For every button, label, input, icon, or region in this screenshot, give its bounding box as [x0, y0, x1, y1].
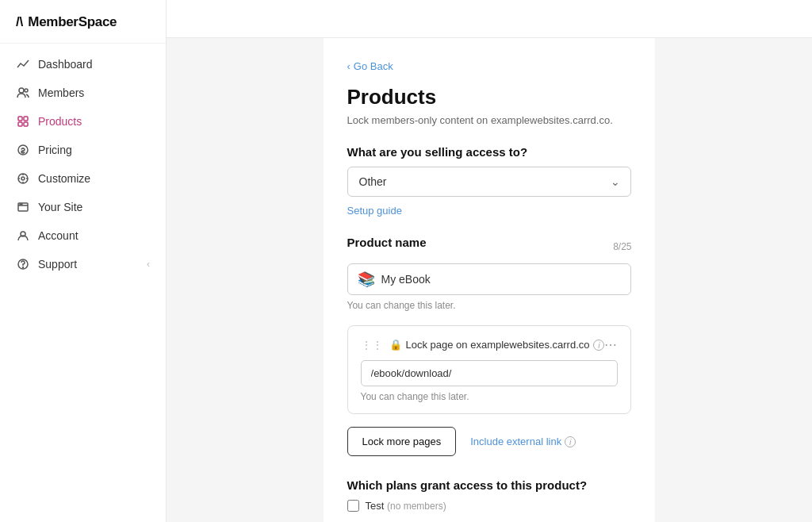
logo-icon: /\ — [16, 14, 23, 30]
sidebar-label-support: Support — [38, 258, 77, 271]
svg-rect-2 — [18, 117, 22, 121]
include-external-link-label: Include external link — [470, 436, 561, 447]
go-back-link[interactable]: ‹ Go Back — [347, 60, 632, 72]
sidebar-label-account: Account — [38, 229, 79, 242]
plans-section: Which plans grant access to this product… — [347, 478, 632, 512]
form-container: ‹ Go Back Products Lock members-only con… — [324, 38, 656, 522]
info-icon[interactable]: i — [593, 340, 604, 351]
sidebar-label-pricing: Pricing — [38, 144, 72, 156]
svg-point-1 — [25, 89, 28, 92]
svg-rect-5 — [24, 122, 28, 126]
product-name-label: Product name — [347, 236, 427, 249]
svg-rect-4 — [18, 122, 22, 126]
lock-card-header: ⋮⋮ 🔒 Lock page on examplewebsites.carrd.… — [361, 337, 619, 352]
sidebar-label-products: Products — [38, 115, 82, 128]
sidebar-item-your-site[interactable]: Your Site — [0, 193, 166, 221]
product-name-header: Product name 8/25 — [347, 236, 632, 257]
top-bar — [167, 0, 812, 38]
sidebar-label-your-site: Your Site — [38, 201, 82, 213]
svg-rect-3 — [24, 117, 28, 121]
sidebar-item-members[interactable]: Members — [0, 79, 166, 107]
char-count: 8/25 — [613, 241, 631, 252]
plan-no-members: (no members) — [387, 501, 446, 512]
svg-point-10 — [21, 204, 22, 205]
sidebar-item-dashboard[interactable]: Dashboard — [0, 50, 166, 79]
main-content: ‹ Go Back Products Lock members-only con… — [167, 0, 812, 522]
product-name-input[interactable] — [381, 273, 622, 286]
product-name-section: Product name 8/25 📚 You can change this … — [347, 236, 632, 311]
plan-name: Test — [366, 500, 385, 512]
sidebar-item-account[interactable]: Account — [0, 221, 166, 250]
include-external-link[interactable]: Include external link i — [470, 436, 576, 447]
sidebar: /\ MemberSpace Dashboard Members — [0, 0, 167, 522]
more-options-icon[interactable]: ⋯ — [604, 337, 618, 352]
svg-point-0 — [19, 88, 24, 93]
info-icon-external[interactable]: i — [565, 436, 576, 447]
lock-card-left: ⋮⋮ 🔒 Lock page on examplewebsites.carrd.… — [361, 339, 605, 351]
buttons-row: Lock more pages Include external link i — [347, 427, 632, 456]
sidebar-label-dashboard: Dashboard — [38, 58, 93, 71]
lock-label: 🔒 Lock page on examplewebsites.carrd.co … — [389, 339, 605, 351]
sidebar-item-support[interactable]: Support ‹ — [0, 250, 166, 278]
dropdown-wrapper: Other Online Course Community Digital Do… — [347, 167, 632, 197]
members-icon — [16, 86, 30, 100]
app-name: MemberSpace — [28, 14, 117, 29]
svg-point-13 — [23, 267, 24, 268]
svg-point-7 — [21, 177, 25, 180]
product-name-input-wrapper: 📚 — [347, 263, 632, 295]
page-subtitle: Lock members-only content on examplewebs… — [347, 114, 632, 126]
lock-page-helper: You can change this later. — [361, 391, 619, 402]
app-logo: /\ MemberSpace — [0, 0, 166, 43]
sidebar-label-members: Members — [38, 86, 84, 99]
what-selling-label: What are you selling access to? — [347, 145, 632, 159]
lock-page-card: ⋮⋮ 🔒 Lock page on examplewebsites.carrd.… — [347, 325, 632, 414]
lock-icon: 🔒 — [389, 339, 402, 351]
ebook-emoji-icon: 📚 — [358, 271, 375, 288]
setup-guide-link[interactable]: Setup guide — [347, 205, 402, 217]
lock-path-input[interactable] — [361, 360, 619, 386]
plan-test-checkbox[interactable] — [347, 500, 359, 512]
sidebar-label-customize: Customize — [38, 172, 90, 185]
plans-label: Which plans grant access to this product… — [347, 478, 632, 492]
sidebar-item-customize[interactable]: Customize — [0, 164, 166, 193]
sidebar-item-pricing[interactable]: Pricing — [0, 136, 166, 164]
chart-icon — [16, 57, 30, 71]
sidebar-item-products[interactable]: Products — [0, 107, 166, 136]
svg-point-9 — [20, 204, 21, 205]
customize-icon — [16, 171, 30, 186]
go-back-label: Go Back — [354, 60, 393, 72]
products-icon — [16, 114, 30, 129]
support-icon — [16, 257, 30, 271]
product-name-helper: You can change this later. — [347, 300, 632, 311]
lock-page-text: Lock page on examplewebsites.carrd.co — [406, 339, 590, 351]
sidebar-divider — [0, 43, 166, 44]
chevron-left-icon: ‹ — [147, 259, 150, 270]
drag-handle-icon[interactable]: ⋮⋮ — [361, 339, 383, 351]
plan-test-label[interactable]: Test (no members) — [366, 500, 446, 512]
plan-test-row: Test (no members) — [347, 500, 632, 512]
page-title: Products — [347, 85, 632, 109]
lock-more-pages-button[interactable]: Lock more pages — [347, 427, 457, 456]
selling-type-dropdown[interactable]: Other Online Course Community Digital Do… — [347, 167, 632, 197]
site-icon — [16, 200, 30, 214]
pricing-icon — [16, 143, 30, 157]
chevron-left-icon: ‹ — [347, 60, 350, 72]
account-icon — [16, 228, 30, 243]
